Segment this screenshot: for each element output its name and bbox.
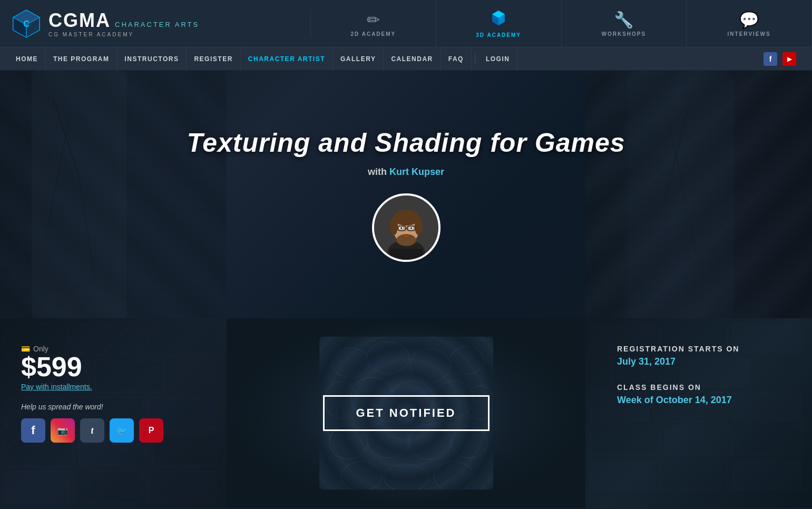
share-pinterest-button[interactable]: P [139,418,163,443]
nav-instructors[interactable]: INSTRUCTORS [118,47,187,71]
top-navigation: C CGMA CHARACTER ARTS CG MASTER ACADEMY … [0,0,812,47]
svg-rect-85 [591,426,659,455]
workshops-icon: 🔧 [614,11,633,29]
cta-section: GET NOTIFIED [227,318,585,508]
3d-academy-icon [490,9,507,30]
logo-icon: C [11,9,42,38]
2d-academy-label: 2D ACADEMY [351,31,396,37]
svg-point-25 [414,217,422,235]
logo-fullname: CG MASTER ACADEMY [48,32,199,37]
svg-point-24 [390,217,398,235]
share-facebook-button[interactable]: f [21,418,45,443]
social-share-row: f 📷 t 🐦 P [21,418,206,443]
svg-point-54 [410,349,450,383]
svg-point-65 [341,462,381,490]
pricing-section: 💳 Only $599 Pay with installments. Help … [0,318,227,508]
registration-date: July 31, 2017 [617,356,780,367]
interviews-icon: 💬 [739,11,759,29]
share-twitter-button[interactable]: 🐦 [110,418,134,443]
logo-arts: CHARACTER ARTS [115,21,199,28]
second-navigation: HOME THE PROGRAM INSTRUCTORS REGISTER CH… [0,47,812,71]
class-begins-label: CLASS BEGINS ON [617,383,780,391]
nav-character-artist[interactable]: CHARACTER ARTIST [241,47,333,71]
svg-point-75 [410,426,449,458]
svg-point-68 [334,350,368,376]
svg-point-70 [412,350,448,381]
svg-point-53 [367,342,409,374]
svg-rect-89 [659,461,728,490]
svg-point-69 [368,344,407,372]
svg-point-55 [450,347,484,374]
logo-section[interactable]: C CGMA CHARACTER ARTS CG MASTER ACADEMY [0,9,311,38]
svg-rect-90 [733,461,801,490]
svg-rect-86 [664,426,733,455]
youtube-nav-icon[interactable]: ▶ [782,52,796,66]
nav-interviews[interactable]: 💬 INTERVIEWS [687,0,812,47]
nav-workshops[interactable]: 🔧 WORKSHOPS [562,0,687,47]
logo-text: CGMA CHARACTER ARTS CG MASTER ACADEMY [48,9,199,37]
registration-label: REGISTRATION STARTS ON [617,345,780,353]
nav-home[interactable]: HOME [16,47,46,71]
nav-gallery[interactable]: GALLERY [333,47,384,71]
hero-title: Texturing and Shading for Games [187,128,625,158]
svg-point-64 [452,426,487,458]
svg-text:C: C [23,19,30,28]
nav-faq[interactable]: FAQ [441,47,472,71]
spread-word-label: Help us spread the word! [21,403,206,411]
svg-point-67 [434,462,474,490]
nav-register[interactable]: REGISTER [187,47,240,71]
svg-point-29 [400,227,402,229]
hero-section: Texturing and Shading for Games with Kur… [0,71,812,318]
instructor-name-highlight: Kurt Kupser [389,167,444,177]
2d-academy-icon: ✏ [367,11,380,29]
share-tumblr-button[interactable]: t [80,418,104,443]
svg-rect-87 [738,426,801,455]
social-nav-icons: f ▶ [764,52,796,66]
nav-3d-academy[interactable]: 3D ACADEMY [436,0,562,47]
svg-rect-16 [628,71,733,318]
interviews-label: INTERVIEWS [728,31,771,37]
svg-rect-34 [390,249,423,260]
subtitle-prefix: with [368,167,389,177]
svg-rect-11 [42,97,116,292]
svg-rect-88 [591,461,654,490]
nav-divider [475,54,475,64]
schedule-content: REGISTRATION STARTS ON July 31, 2017 CLA… [617,345,780,406]
pricing-content: 💳 Only $599 Pay with installments. Help … [21,345,206,443]
logo-cgma: CGMA [48,9,111,32]
svg-point-30 [410,227,412,229]
3d-academy-label: 3D ACADEMY [476,32,521,38]
hero-subtitle: with Kurt Kupser [368,167,444,178]
class-begins-date: Week of October 14, 2017 [617,395,780,406]
installments-link[interactable]: Pay with installments. [21,383,206,391]
hero-content: Texturing and Shading for Games with Kur… [187,128,625,262]
nav-2d-academy[interactable]: ✏ 2D ACADEMY [311,0,436,47]
nav-calendar[interactable]: CALENDAR [384,47,441,71]
price-amount: $599 [21,353,206,380]
svg-point-26 [396,234,416,246]
nav-the-program[interactable]: THE PROGRAM [46,47,118,71]
top-nav-icons: ✏ 2D ACADEMY 3D ACADEMY 🔧 WORKSHOPS 💬 IN… [311,0,812,47]
svg-point-52 [332,348,369,378]
get-notified-button[interactable]: GET NOTIFIED [323,395,490,431]
workshops-label: WORKSHOPS [602,31,647,37]
facebook-nav-icon[interactable]: f [764,52,777,66]
schedule-section: REGISTRATION STARTS ON July 31, 2017 CLA… [585,318,812,508]
share-instagram-button[interactable]: 📷 [51,418,75,443]
lower-section: 💳 Only $599 Pay with installments. Help … [0,318,812,508]
instructor-avatar [372,193,441,262]
nav-login[interactable]: LOGIN [478,47,518,71]
svg-point-66 [384,464,428,490]
